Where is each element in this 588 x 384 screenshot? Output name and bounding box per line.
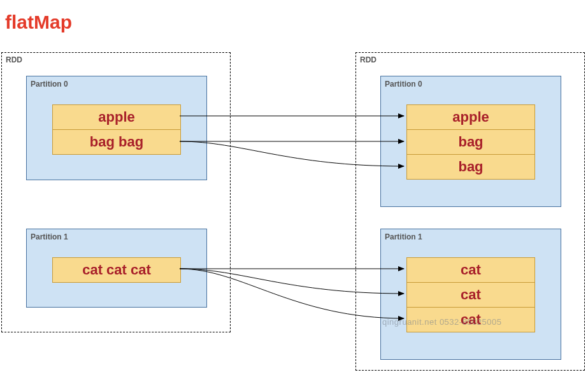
watermark-text: qingruanit.net 0532-85025005	[382, 317, 501, 327]
data-cell: bag	[406, 154, 535, 180]
left-partition-0: Partition 0 apple bag bag	[26, 76, 207, 180]
left-partition-1-label: Partition 1	[31, 232, 68, 241]
left-rdd-container: RDD Partition 0 apple bag bag Partition …	[1, 52, 231, 332]
right-partition-1: Partition 1 cat cat cat	[380, 229, 561, 360]
data-cell: cat	[406, 257, 535, 283]
right-partition-0-label: Partition 0	[385, 80, 422, 89]
left-partition-1: Partition 1 cat cat cat	[26, 229, 207, 308]
diagram-title: flatMap	[5, 11, 72, 33]
left-partition-0-cells: apple bag bag	[52, 104, 181, 155]
left-partition-1-cells: cat cat cat	[52, 257, 181, 283]
data-cell: apple	[406, 104, 535, 130]
data-cell: cat	[406, 282, 535, 308]
data-cell: cat cat cat	[52, 257, 181, 283]
right-partition-1-label: Partition 1	[385, 232, 422, 241]
right-rdd-label: RDD	[360, 55, 376, 64]
data-cell: apple	[52, 104, 181, 130]
left-partition-0-label: Partition 0	[31, 80, 68, 89]
data-cell: bag bag	[52, 129, 181, 155]
data-cell: bag	[406, 129, 535, 155]
right-partition-0-cells: apple bag bag	[406, 104, 535, 180]
right-partition-0: Partition 0 apple bag bag	[380, 76, 561, 207]
left-rdd-label: RDD	[6, 55, 22, 64]
